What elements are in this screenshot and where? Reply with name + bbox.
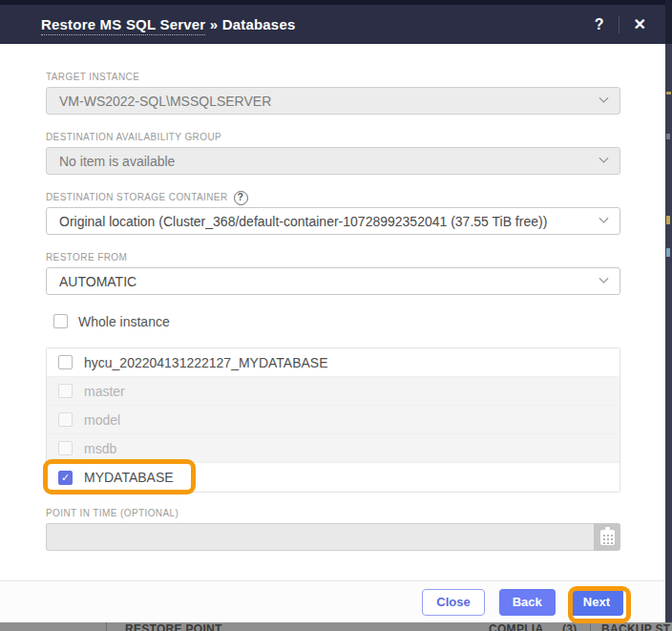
bg-column-count: (3) bbox=[562, 623, 578, 631]
checkbox-icon bbox=[58, 441, 73, 455]
restore-dialog: Restore MS SQL Server » Databases ? ✕ TA… bbox=[0, 5, 665, 622]
database-row: model bbox=[47, 406, 620, 434]
storage-container-select[interactable]: Original location (Cluster_368/default-c… bbox=[46, 207, 620, 235]
database-row: master bbox=[47, 377, 620, 406]
database-name: MYDATABASE bbox=[84, 470, 174, 485]
dialog-footer: Close Back Next bbox=[0, 580, 665, 622]
close-button[interactable]: Close bbox=[422, 589, 484, 616]
background-fragment bbox=[666, 92, 671, 95]
column-divider bbox=[590, 622, 591, 631]
target-instance-value: VM-WS2022-SQL\MSSQLSERVER bbox=[59, 94, 271, 109]
availability-group-field: DESTINATION AVAILABILITY GROUP No item i… bbox=[46, 132, 620, 175]
storage-container-label: DESTINATION STORAGE CONTAINER ? bbox=[46, 192, 620, 203]
background-page-right-edge bbox=[665, 0, 672, 631]
chevron-down-icon bbox=[599, 274, 609, 284]
point-in-time-input bbox=[46, 523, 594, 551]
availability-group-value: No item is available bbox=[59, 154, 175, 169]
target-instance-select: VM-WS2022-SQL\MSSQLSERVER bbox=[46, 87, 620, 115]
bg-column-backup-status: BACKUP ST bbox=[601, 623, 671, 631]
database-name: msdb bbox=[84, 441, 116, 456]
background-fragment bbox=[666, 248, 670, 257]
calendar-icon bbox=[600, 530, 615, 545]
dialog-header: Restore MS SQL Server » Databases ? ✕ bbox=[0, 5, 665, 44]
restore-from-select[interactable]: AUTOMATIC bbox=[46, 267, 620, 295]
background-fragment bbox=[666, 134, 670, 139]
help-icon[interactable]: ? bbox=[595, 16, 604, 33]
next-button[interactable]: Next bbox=[570, 589, 623, 616]
checkbox-icon[interactable]: ✓ bbox=[58, 471, 73, 485]
database-name: model bbox=[84, 412, 120, 428]
database-row[interactable]: ✓ MYDATABASE bbox=[47, 463, 620, 492]
restore-from-field: RESTORE FROM AUTOMATIC bbox=[46, 252, 620, 295]
storage-container-label-text: DESTINATION STORAGE CONTAINER bbox=[46, 192, 228, 203]
storage-container-help-icon[interactable]: ? bbox=[234, 191, 248, 205]
point-in-time-label: POINT IN TIME (OPTIONAL) bbox=[46, 508, 620, 519]
storage-container-value: Original location (Cluster_368/default-c… bbox=[59, 214, 547, 229]
availability-group-select: No item is available bbox=[46, 147, 620, 175]
target-instance-label: TARGET INSTANCE bbox=[46, 72, 620, 83]
availability-group-label: DESTINATION AVAILABILITY GROUP bbox=[46, 132, 620, 143]
database-name: hycu_202204131222127_MYDATABASE bbox=[84, 355, 328, 370]
chevron-down-icon bbox=[599, 154, 609, 163]
chevron-down-icon bbox=[599, 94, 609, 103]
checkbox-icon[interactable] bbox=[58, 355, 73, 369]
point-in-time-field: POINT IN TIME (OPTIONAL) bbox=[46, 508, 620, 551]
database-row: msdb bbox=[47, 434, 620, 463]
target-instance-field: TARGET INSTANCE VM-WS2022-SQL\MSSQLSERVE… bbox=[46, 72, 620, 115]
checkbox-icon[interactable] bbox=[53, 314, 68, 328]
restore-from-value: AUTOMATIC bbox=[59, 274, 136, 289]
breadcrumb-separator: » bbox=[210, 16, 219, 32]
database-list: hycu_202204131222127_MYDATABASE master m… bbox=[46, 347, 620, 493]
background-header-edge bbox=[665, 0, 672, 44]
dialog-title: Restore MS SQL Server » Databases bbox=[41, 16, 595, 32]
whole-instance-label: Whole instance bbox=[78, 314, 170, 329]
header-divider bbox=[619, 16, 620, 33]
storage-container-field: DESTINATION STORAGE CONTAINER ? Original… bbox=[46, 192, 620, 235]
database-name: master bbox=[84, 384, 125, 399]
background-table-header: RESTORE POINT COMPLIA (3) BACKUP ST bbox=[0, 622, 672, 631]
breadcrumb-section: Databases bbox=[222, 16, 296, 32]
bg-column-restore-point: RESTORE POINT bbox=[125, 623, 222, 631]
checkbox-icon bbox=[58, 384, 73, 398]
breadcrumb-restore-link[interactable]: Restore MS SQL Server bbox=[41, 16, 205, 35]
restore-from-label: RESTORE FROM bbox=[46, 252, 620, 263]
whole-instance-checkbox[interactable]: Whole instance bbox=[53, 314, 620, 328]
column-divider bbox=[106, 622, 107, 631]
chevron-down-icon bbox=[599, 214, 609, 223]
close-icon[interactable]: ✕ bbox=[634, 15, 646, 33]
checkbox-icon bbox=[58, 412, 73, 427]
background-fragment bbox=[666, 216, 670, 224]
back-button[interactable]: Back bbox=[499, 589, 556, 616]
calendar-button[interactable] bbox=[594, 523, 620, 551]
bg-column-compliance: COMPLIA bbox=[489, 623, 543, 631]
dialog-body: TARGET INSTANCE VM-WS2022-SQL\MSSQLSERVE… bbox=[0, 44, 665, 551]
database-row[interactable]: hycu_202204131222127_MYDATABASE bbox=[47, 348, 620, 377]
